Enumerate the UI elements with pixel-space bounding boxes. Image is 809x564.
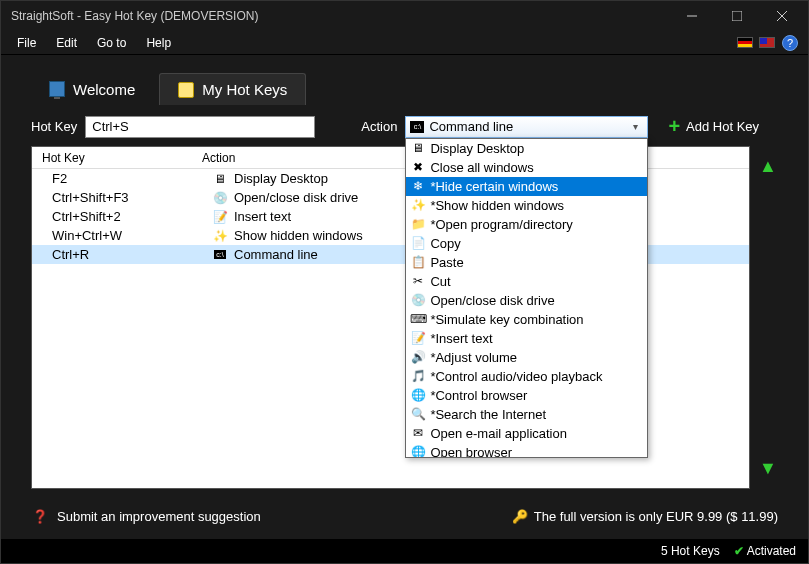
row-hotkey: Win+Ctrl+W <box>52 228 212 243</box>
action-dropdown-list[interactable]: 🖥Display Desktop✖Close all windows❄*Hide… <box>405 138 648 458</box>
dropdown-item-icon: 🔍 <box>410 406 426 422</box>
dropdown-item-icon: ✖ <box>410 159 426 175</box>
dropdown-item-label: *Adjust volume <box>430 350 517 365</box>
dropdown-item[interactable]: 🖥Display Desktop <box>406 139 647 158</box>
tab-welcome-label: Welcome <box>73 81 135 98</box>
row-action-label: Command line <box>234 247 318 262</box>
dropdown-item-label: Open browser <box>430 445 512 458</box>
price-text: The full version is only EUR 9.99 ($ 11.… <box>534 509 778 524</box>
dropdown-item[interactable]: ❄*Hide certain windows <box>406 177 647 196</box>
flag-english-icon[interactable] <box>759 37 775 48</box>
dropdown-item[interactable]: 🌐Open browser <box>406 443 647 458</box>
plus-icon: + <box>668 115 680 138</box>
dropdown-item-label: *Hide certain windows <box>430 179 558 194</box>
dropdown-item[interactable]: ✖Close all windows <box>406 158 647 177</box>
dropdown-item-icon: 📋 <box>410 254 426 270</box>
row-action-icon: 📝 <box>212 209 228 225</box>
help-icon[interactable]: ? <box>782 35 798 51</box>
flag-german-icon[interactable] <box>737 37 753 48</box>
suggestion-link[interactable]: Submit an improvement suggestion <box>57 509 261 524</box>
dropdown-item-label: *Show hidden windows <box>430 198 564 213</box>
dropdown-item[interactable]: ✂Cut <box>406 272 647 291</box>
suggestion-icon: ❓ <box>31 507 49 525</box>
row-hotkey: Ctrl+Shift+2 <box>52 209 212 224</box>
dropdown-item[interactable]: 💿Open/close disk drive <box>406 291 647 310</box>
dropdown-item[interactable]: ✨*Show hidden windows <box>406 196 647 215</box>
dropdown-item[interactable]: 🌐*Control browser <box>406 386 647 405</box>
dropdown-item[interactable]: 📄Copy <box>406 234 647 253</box>
dropdown-item[interactable]: 🔊*Adjust volume <box>406 348 647 367</box>
row-hotkey: F2 <box>52 171 212 186</box>
hotkey-input[interactable] <box>85 116 315 138</box>
dropdown-item-label: *Open program/directory <box>430 217 572 232</box>
tab-welcome[interactable]: Welcome <box>31 73 153 105</box>
dropdown-item-icon: ✉ <box>410 425 426 441</box>
dropdown-item[interactable]: 🎵*Control audio/video playback <box>406 367 647 386</box>
maximize-button[interactable] <box>714 2 759 30</box>
row-hotkey: Ctrl+R <box>52 247 212 262</box>
svg-rect-1 <box>732 11 742 21</box>
window-title: StraightSoft - Easy Hot Key (DEMOVERSION… <box>11 9 669 23</box>
menu-file[interactable]: File <box>7 33 46 53</box>
dropdown-item-label: Paste <box>430 255 463 270</box>
add-hot-key-label: Add Hot Key <box>686 119 759 134</box>
action-selected: Command line <box>429 119 627 134</box>
dropdown-item-label: *Control audio/video playback <box>430 369 602 384</box>
column-hotkey[interactable]: Hot Key <box>42 151 202 165</box>
dropdown-item-icon: ✨ <box>410 197 426 213</box>
row-action-label: Insert text <box>234 209 291 224</box>
dropdown-item[interactable]: 📝*Insert text <box>406 329 647 348</box>
dropdown-item-icon: 🌐 <box>410 387 426 403</box>
dropdown-item-icon: 📄 <box>410 235 426 251</box>
key-icon: 🔑 <box>512 508 528 524</box>
dropdown-item[interactable]: 📁*Open program/directory <box>406 215 647 234</box>
dropdown-item-label: *Control browser <box>430 388 527 403</box>
dropdown-item-icon: 🎵 <box>410 368 426 384</box>
menu-help[interactable]: Help <box>136 33 181 53</box>
menu-goto[interactable]: Go to <box>87 33 136 53</box>
dropdown-item-icon: 🌐 <box>410 444 426 458</box>
dropdown-item[interactable]: 🔍*Search the Internet <box>406 405 647 424</box>
dropdown-item-icon: 🔊 <box>410 349 426 365</box>
move-up-button[interactable]: ▲ <box>758 156 778 177</box>
row-action-icon: c:\ <box>212 247 228 263</box>
menu-edit[interactable]: Edit <box>46 33 87 53</box>
add-hot-key-button[interactable]: + Add Hot Key <box>668 115 759 138</box>
dropdown-item-icon: 💿 <box>410 292 426 308</box>
dropdown-item-label: Open/close disk drive <box>430 293 554 308</box>
dropdown-item-label: *Search the Internet <box>430 407 546 422</box>
monitor-icon <box>49 81 65 97</box>
dropdown-item[interactable]: ⌨*Simulate key combination <box>406 310 647 329</box>
hotkey-label: Hot Key <box>31 119 77 134</box>
row-action-label: Show hidden windows <box>234 228 363 243</box>
row-action-label: Display Desktop <box>234 171 328 186</box>
action-label: Action <box>361 119 397 134</box>
dropdown-item-label: *Simulate key combination <box>430 312 583 327</box>
tab-my-hot-keys[interactable]: My Hot Keys <box>159 73 306 105</box>
cmd-icon: c:\ <box>410 121 424 133</box>
dropdown-item-label: Cut <box>430 274 450 289</box>
dropdown-item-icon: ⌨ <box>410 311 426 327</box>
action-combobox[interactable]: c:\ Command line ▾ <box>405 116 648 138</box>
dropdown-item[interactable]: 📋Paste <box>406 253 647 272</box>
minimize-button[interactable] <box>669 2 714 30</box>
status-activated: ✔Activated <box>734 544 796 558</box>
dropdown-item[interactable]: ✉Open e-mail application <box>406 424 647 443</box>
row-action-icon: 🖥 <box>212 171 228 187</box>
keys-icon <box>178 82 194 98</box>
dropdown-item-label: Copy <box>430 236 460 251</box>
dropdown-item-icon: 📁 <box>410 216 426 232</box>
close-button[interactable] <box>759 2 804 30</box>
dropdown-item-icon: ❄ <box>410 178 426 194</box>
row-action-icon: 💿 <box>212 190 228 206</box>
dropdown-item-icon: 🖥 <box>410 140 426 156</box>
dropdown-item-label: Display Desktop <box>430 141 524 156</box>
row-action-label: Open/close disk drive <box>234 190 358 205</box>
chevron-down-icon: ▾ <box>627 121 643 132</box>
move-down-button[interactable]: ▼ <box>758 458 778 479</box>
row-action-icon: ✨ <box>212 228 228 244</box>
dropdown-item-label: Open e-mail application <box>430 426 567 441</box>
dropdown-item-icon: 📝 <box>410 330 426 346</box>
row-hotkey: Ctrl+Shift+F3 <box>52 190 212 205</box>
dropdown-item-label: *Insert text <box>430 331 492 346</box>
